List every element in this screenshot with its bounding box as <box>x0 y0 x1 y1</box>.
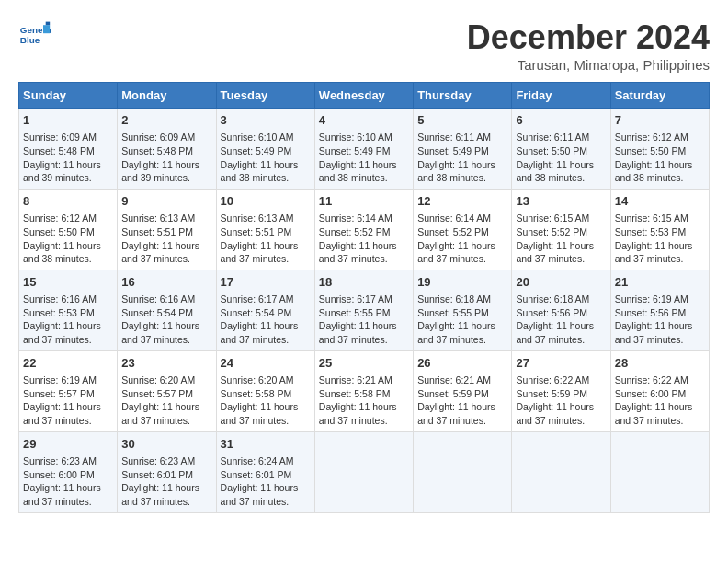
calendar-cell: 27Sunrise: 6:22 AM Sunset: 5:59 PM Dayli… <box>512 350 610 431</box>
calendar-cell: 28Sunrise: 6:22 AM Sunset: 6:00 PM Dayli… <box>610 350 709 431</box>
calendar-cell: 18Sunrise: 6:17 AM Sunset: 5:55 PM Dayli… <box>314 270 413 350</box>
weekday-header-thursday: Thursday <box>414 83 512 109</box>
day-number: 17 <box>221 274 311 291</box>
day-info: Sunrise: 6:14 AM Sunset: 5:52 PM Dayligh… <box>319 212 409 266</box>
day-number: 20 <box>516 274 606 291</box>
day-info: Sunrise: 6:17 AM Sunset: 5:54 PM Dayligh… <box>221 293 311 347</box>
day-number: 6 <box>516 112 606 129</box>
page-header: General Blue December 2024 Tarusan, Mima… <box>18 18 710 73</box>
day-number: 30 <box>121 436 211 453</box>
weekday-header-friday: Friday <box>512 83 610 109</box>
calendar-body: 1Sunrise: 6:09 AM Sunset: 5:48 PM Daylig… <box>19 109 710 513</box>
weekday-header-sunday: Sunday <box>19 83 118 109</box>
day-info: Sunrise: 6:13 AM Sunset: 5:51 PM Dayligh… <box>121 212 211 266</box>
calendar-week-row: 8Sunrise: 6:12 AM Sunset: 5:50 PM Daylig… <box>19 189 710 270</box>
calendar-cell: 10Sunrise: 6:13 AM Sunset: 5:51 PM Dayli… <box>216 189 314 270</box>
day-number: 21 <box>615 274 705 291</box>
calendar-cell: 29Sunrise: 6:23 AM Sunset: 6:00 PM Dayli… <box>19 431 118 512</box>
day-number: 16 <box>121 274 211 291</box>
day-info: Sunrise: 6:20 AM Sunset: 5:57 PM Dayligh… <box>121 373 211 428</box>
calendar-week-row: 22Sunrise: 6:19 AM Sunset: 5:57 PM Dayli… <box>19 350 710 431</box>
day-number: 26 <box>417 355 507 372</box>
calendar-cell <box>512 431 610 512</box>
calendar-cell: 21Sunrise: 6:19 AM Sunset: 5:56 PM Dayli… <box>610 270 709 350</box>
calendar-cell: 7Sunrise: 6:12 AM Sunset: 5:50 PM Daylig… <box>610 109 709 190</box>
calendar-cell: 3Sunrise: 6:10 AM Sunset: 5:49 PM Daylig… <box>216 109 314 190</box>
day-info: Sunrise: 6:11 AM Sunset: 5:50 PM Dayligh… <box>516 131 606 185</box>
weekday-header-tuesday: Tuesday <box>216 83 314 109</box>
day-info: Sunrise: 6:18 AM Sunset: 5:56 PM Dayligh… <box>516 293 606 347</box>
calendar-cell: 14Sunrise: 6:15 AM Sunset: 5:53 PM Dayli… <box>610 189 709 270</box>
logo-icon: General Blue <box>18 18 51 52</box>
day-info: Sunrise: 6:16 AM Sunset: 5:53 PM Dayligh… <box>23 293 113 347</box>
calendar-cell: 20Sunrise: 6:18 AM Sunset: 5:56 PM Dayli… <box>512 270 610 350</box>
day-number: 9 <box>121 193 211 210</box>
day-info: Sunrise: 6:11 AM Sunset: 5:49 PM Dayligh… <box>417 131 507 185</box>
calendar-cell: 2Sunrise: 6:09 AM Sunset: 5:48 PM Daylig… <box>118 109 216 190</box>
calendar-cell: 11Sunrise: 6:14 AM Sunset: 5:52 PM Dayli… <box>314 189 413 270</box>
day-info: Sunrise: 6:22 AM Sunset: 5:59 PM Dayligh… <box>516 373 606 428</box>
calendar-week-row: 15Sunrise: 6:16 AM Sunset: 5:53 PM Dayli… <box>19 270 710 350</box>
day-number: 15 <box>23 274 113 291</box>
calendar-table: SundayMondayTuesdayWednesdayThursdayFrid… <box>18 82 710 513</box>
calendar-cell: 4Sunrise: 6:10 AM Sunset: 5:49 PM Daylig… <box>314 109 413 190</box>
day-info: Sunrise: 6:12 AM Sunset: 5:50 PM Dayligh… <box>23 212 113 266</box>
calendar-cell: 31Sunrise: 6:24 AM Sunset: 6:01 PM Dayli… <box>216 431 314 512</box>
calendar-cell <box>414 431 512 512</box>
calendar-week-row: 1Sunrise: 6:09 AM Sunset: 5:48 PM Daylig… <box>19 109 710 190</box>
day-info: Sunrise: 6:23 AM Sunset: 6:01 PM Dayligh… <box>121 454 211 509</box>
day-number: 8 <box>23 193 113 210</box>
day-number: 4 <box>319 112 409 129</box>
day-number: 10 <box>221 193 311 210</box>
month-title: December 2024 <box>467 18 710 57</box>
day-number: 29 <box>23 436 113 453</box>
calendar-cell: 13Sunrise: 6:15 AM Sunset: 5:52 PM Dayli… <box>512 189 610 270</box>
day-number: 14 <box>615 193 705 210</box>
day-info: Sunrise: 6:24 AM Sunset: 6:01 PM Dayligh… <box>221 454 311 509</box>
day-info: Sunrise: 6:20 AM Sunset: 5:58 PM Dayligh… <box>221 373 311 428</box>
calendar-cell: 5Sunrise: 6:11 AM Sunset: 5:49 PM Daylig… <box>414 109 512 190</box>
day-info: Sunrise: 6:09 AM Sunset: 5:48 PM Dayligh… <box>121 131 211 185</box>
title-area: December 2024 Tarusan, Mimaropa, Philipp… <box>467 18 710 73</box>
day-number: 2 <box>121 112 211 129</box>
day-info: Sunrise: 6:10 AM Sunset: 5:49 PM Dayligh… <box>221 131 311 185</box>
calendar-cell: 23Sunrise: 6:20 AM Sunset: 5:57 PM Dayli… <box>118 350 216 431</box>
day-info: Sunrise: 6:17 AM Sunset: 5:55 PM Dayligh… <box>319 293 409 347</box>
calendar-cell <box>314 431 413 512</box>
calendar-cell: 12Sunrise: 6:14 AM Sunset: 5:52 PM Dayli… <box>414 189 512 270</box>
day-number: 7 <box>615 112 705 129</box>
calendar-header: SundayMondayTuesdayWednesdayThursdayFrid… <box>19 83 710 109</box>
day-number: 25 <box>319 355 409 372</box>
day-number: 22 <box>23 355 113 372</box>
day-info: Sunrise: 6:18 AM Sunset: 5:55 PM Dayligh… <box>417 293 507 347</box>
day-number: 27 <box>516 355 606 372</box>
calendar-cell: 6Sunrise: 6:11 AM Sunset: 5:50 PM Daylig… <box>512 109 610 190</box>
day-info: Sunrise: 6:12 AM Sunset: 5:50 PM Dayligh… <box>615 131 705 185</box>
weekday-header-row: SundayMondayTuesdayWednesdayThursdayFrid… <box>19 83 710 109</box>
day-number: 11 <box>319 193 409 210</box>
day-info: Sunrise: 6:23 AM Sunset: 6:00 PM Dayligh… <box>23 454 113 509</box>
day-info: Sunrise: 6:10 AM Sunset: 5:49 PM Dayligh… <box>319 131 409 185</box>
calendar-cell: 16Sunrise: 6:16 AM Sunset: 5:54 PM Dayli… <box>118 270 216 350</box>
calendar-cell: 9Sunrise: 6:13 AM Sunset: 5:51 PM Daylig… <box>118 189 216 270</box>
day-number: 24 <box>221 355 311 372</box>
svg-marker-2 <box>43 25 50 33</box>
calendar-cell <box>610 431 709 512</box>
day-info: Sunrise: 6:16 AM Sunset: 5:54 PM Dayligh… <box>121 293 211 347</box>
calendar-cell: 22Sunrise: 6:19 AM Sunset: 5:57 PM Dayli… <box>19 350 118 431</box>
weekday-header-saturday: Saturday <box>610 83 709 109</box>
calendar-cell: 19Sunrise: 6:18 AM Sunset: 5:55 PM Dayli… <box>414 270 512 350</box>
calendar-cell: 25Sunrise: 6:21 AM Sunset: 5:58 PM Dayli… <box>314 350 413 431</box>
day-number: 18 <box>319 274 409 291</box>
calendar-cell: 1Sunrise: 6:09 AM Sunset: 5:48 PM Daylig… <box>19 109 118 190</box>
calendar-cell: 8Sunrise: 6:12 AM Sunset: 5:50 PM Daylig… <box>19 189 118 270</box>
day-info: Sunrise: 6:19 AM Sunset: 5:56 PM Dayligh… <box>615 293 705 347</box>
day-number: 5 <box>417 112 507 129</box>
day-info: Sunrise: 6:09 AM Sunset: 5:48 PM Dayligh… <box>23 131 113 185</box>
svg-marker-3 <box>46 22 51 26</box>
day-number: 31 <box>221 436 311 453</box>
day-info: Sunrise: 6:15 AM Sunset: 5:52 PM Dayligh… <box>516 212 606 266</box>
day-info: Sunrise: 6:15 AM Sunset: 5:53 PM Dayligh… <box>615 212 705 266</box>
day-info: Sunrise: 6:22 AM Sunset: 6:00 PM Dayligh… <box>615 373 705 428</box>
location: Tarusan, Mimaropa, Philippines <box>467 57 710 73</box>
